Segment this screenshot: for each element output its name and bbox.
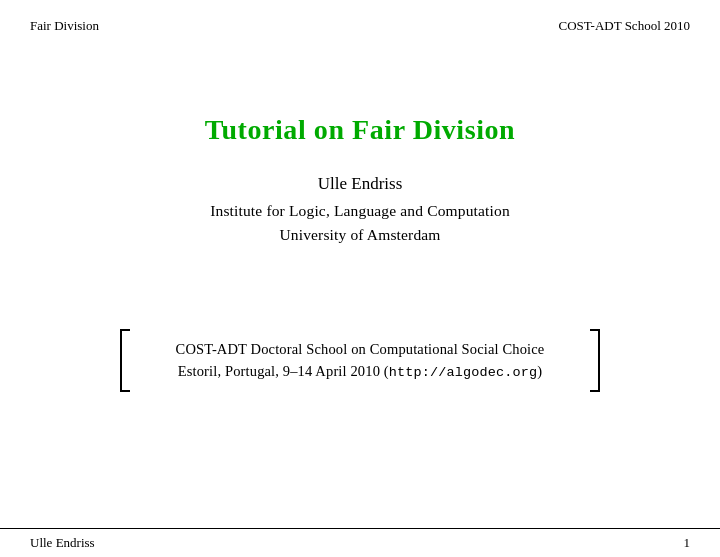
info-line2-text: Estoril, Portugal, 9–14 April 2010 (: [178, 363, 389, 379]
info-box-container: COST-ADT Doctoral School on Computationa…: [0, 329, 720, 392]
info-line2: Estoril, Portugal, 9–14 April 2010 (http…: [150, 363, 570, 380]
footer-author: Ulle Endriss: [30, 535, 95, 551]
institute-line: Institute for Logic, Language and Comput…: [210, 202, 510, 220]
info-box: COST-ADT Doctoral School on Computationa…: [120, 329, 600, 392]
slide-title: Tutorial on Fair Division: [205, 114, 515, 146]
box-corner-bl: [120, 390, 130, 392]
info-line1: COST-ADT Doctoral School on Computationa…: [150, 341, 570, 358]
footer-page-number: 1: [684, 535, 691, 551]
author-name: Ulle Endriss: [318, 174, 403, 194]
main-content: Tutorial on Fair Division Ulle Endriss I…: [0, 94, 720, 264]
box-corner-br: [590, 390, 600, 392]
footer: Ulle Endriss 1: [0, 528, 720, 557]
slide: Fair Division COST-ADT School 2010 Tutor…: [0, 0, 720, 557]
info-line2-close: ): [537, 363, 542, 379]
info-line2-url: http://algodec.org: [389, 365, 537, 380]
header-left-label: Fair Division: [30, 18, 99, 34]
header: Fair Division COST-ADT School 2010: [0, 0, 720, 34]
university-line: University of Amsterdam: [279, 226, 440, 244]
header-right-label: COST-ADT School 2010: [559, 18, 690, 34]
